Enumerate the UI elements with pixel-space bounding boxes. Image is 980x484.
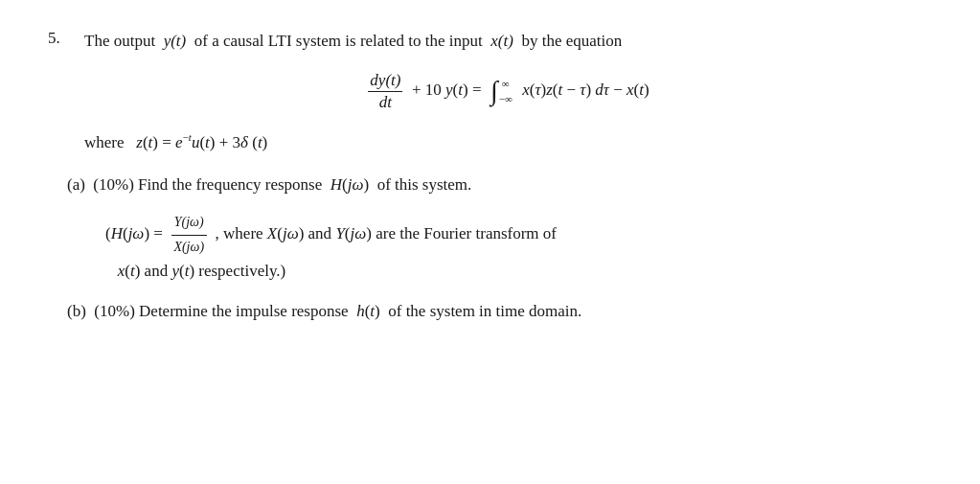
part-a-text: (a) (10%) Find the frequency response	[67, 175, 327, 194]
H-jw-label: H	[330, 175, 342, 194]
main-equation: dy(t) dt + 10 y(t) = ∫∞−∞ x(τ)z(t − τ) d…	[84, 71, 932, 112]
dy-denominator: dt	[377, 92, 394, 112]
Y-jw-num: Y(jω)	[171, 212, 207, 235]
of-text: of a causal LTI system is related to the…	[194, 32, 483, 50]
integral-upper: ∞	[499, 78, 513, 89]
part-b-text: (b) (10%) Determine the impulse response	[67, 302, 353, 320]
part-b: (b) (10%) Determine the impulse response…	[67, 299, 932, 324]
integral-lower: −∞	[499, 93, 513, 104]
part-a: (a) (10%) Find the frequency response H(…	[67, 173, 932, 197]
problem-number: 5.	[48, 29, 84, 48]
integral-symbol: ∫	[490, 78, 498, 104]
integral-limits: ∞−∞	[499, 78, 513, 104]
problem-intro: The output y(t) of a causal LTI system i…	[84, 29, 622, 54]
dy-dt-fraction: dy(t) dt	[368, 71, 402, 112]
where-label: where	[84, 133, 125, 151]
problem-container: 5. The output y(t) of a causal LTI syste…	[48, 29, 932, 324]
where-z-line: where z(t) = e−tu(t) + 3δ (t)	[84, 129, 932, 155]
by-text: by the equation	[521, 32, 622, 50]
y-t-label: y(t)	[164, 32, 187, 50]
problem-header: 5. The output y(t) of a causal LTI syste…	[48, 29, 932, 54]
integral-expression: ∫∞−∞	[490, 78, 514, 104]
intro-text: The output	[84, 32, 155, 50]
dy-numerator: dy(t)	[368, 71, 402, 92]
h-t-label: h	[356, 302, 365, 320]
fourier-definition: (H(jω) = Y(jω) X(jω) , where X(jω) and Y…	[105, 212, 932, 284]
part-b-end: of the system in time domain.	[384, 302, 581, 320]
x-t-label: x(t)	[490, 32, 513, 50]
part-a-end: of this system.	[373, 175, 471, 194]
H-fraction: Y(jω) X(jω)	[171, 212, 207, 258]
X-jw-den: X(jω)	[171, 236, 207, 258]
